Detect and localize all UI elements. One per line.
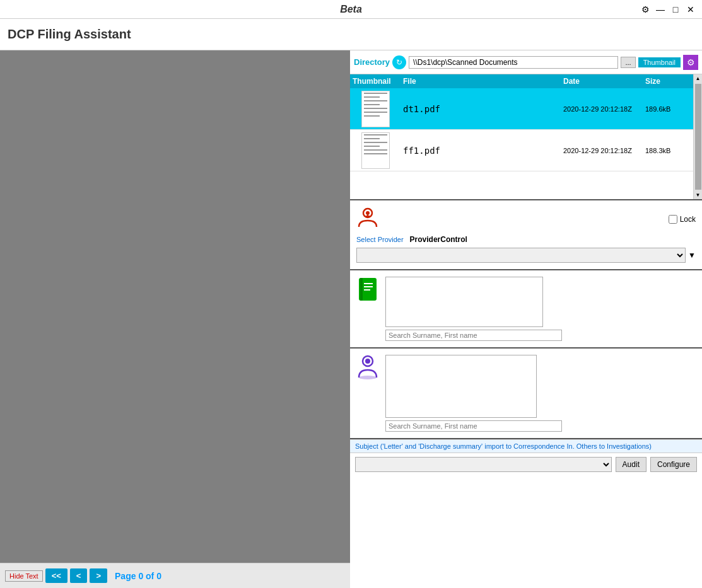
table-row[interactable]: ff1.pdf 2020-12-29 20:12:18Z 188.3kB [350,130,693,171]
svg-point-11 [359,376,377,379]
file-list: Thumbnail File Date Size [350,74,693,199]
svg-point-10 [365,359,370,364]
navigation-bar: Hide Text << < > Page 0 of 0 [0,563,350,588]
provider-control-label: ProviderControl [410,235,467,244]
provider-row: Lock [356,207,696,231]
recipient-person-svg [356,355,379,380]
file-size-2: 188.3kB [643,144,693,157]
app-logo: Beta [340,4,362,15]
provider-section: Lock Select Provider ProviderControl ▼ [350,200,702,270]
col-date-header: Date [561,74,643,88]
provider-dropdown-row: ▼ [356,248,696,263]
document-preview-panel: Hide Text << < > Page 0 of 0 [0,50,350,588]
thumbnail-toggle-button[interactable]: Thumbnail [638,57,681,67]
main-layout: Hide Text << < > Page 0 of 0 Directory ↻… [0,50,702,588]
recipient-search-box[interactable] [385,355,537,418]
svg-rect-6 [364,283,373,284]
recipient-icon [356,355,379,382]
svg-rect-5 [360,278,363,301]
scroll-thumb [695,84,701,190]
table-row[interactable]: dt1.pdf 2020-12-29 20:12:18Z 189.6kB [350,88,693,130]
col-file-header: File [401,74,561,88]
patient-section [350,270,702,349]
provider-select[interactable] [356,248,686,263]
right-panel: Directory ↻ ... Thumbnail ⚙ Thumbnail Fi… [350,50,702,588]
subject-text: Subject ('Letter' and 'Discharge summary… [355,442,652,450]
close-button[interactable]: ✕ [684,3,697,16]
maximize-button[interactable]: □ [669,3,682,16]
col-size-header: Size [643,74,693,88]
title-bar: Beta ⚙ — □ ✕ [0,0,702,19]
provider-person-svg [356,207,379,229]
browse-button[interactable]: ... [621,57,635,68]
subject-select[interactable] [355,457,612,472]
audit-button[interactable]: Audit [616,457,646,472]
provider-icon [356,207,379,231]
prev-button[interactable]: < [70,568,88,583]
patient-icon [356,277,379,304]
patient-row [356,277,696,341]
recipient-search-input[interactable] [385,420,562,432]
file-date-2: 2020-12-29 20:12:18Z [561,144,643,157]
prev-prev-button[interactable]: << [45,568,67,583]
minimize-button[interactable]: — [654,3,667,16]
provider-dropdown-arrow: ▼ [688,251,696,260]
patient-input-area [385,277,562,341]
col-thumbnail-header: Thumbnail [350,74,401,88]
patient-search-box[interactable] [385,277,543,327]
provider-label-row: Select Provider ProviderControl [356,235,696,244]
recipient-row [356,355,696,432]
file-list-scrollbar[interactable]: ▲ ▼ [693,74,702,199]
thumb-preview-2 [361,132,390,169]
file-thumbnail-1 [350,88,401,129]
file-name-2: ff1.pdf [401,143,561,158]
file-list-container: Thumbnail File Date Size [350,74,702,200]
file-thumbnail-2 [350,130,401,171]
lock-label: Lock [680,215,696,224]
svg-rect-7 [364,286,373,287]
file-list-header: Thumbnail File Date Size [350,74,693,88]
recipient-input-area [385,355,562,432]
action-row: Audit Configure [350,453,702,476]
app-title: DCP Filing Assistant [8,27,131,42]
patient-search-input[interactable] [385,330,562,341]
refresh-button[interactable]: ↻ [392,55,406,69]
directory-bar: Directory ↻ ... Thumbnail ⚙ [350,50,702,74]
lock-checkbox[interactable] [669,215,677,224]
next-button[interactable]: > [90,568,107,583]
file-size-1: 189.6kB [643,103,693,115]
patient-book-svg [356,277,379,302]
thumb-preview-1 [361,91,390,127]
svg-rect-3 [367,214,368,218]
file-name-1: dt1.pdf [401,101,561,117]
file-date-1: 2020-12-29 20:12:18Z [561,103,643,115]
page-info: Page 0 of 0 [115,571,161,581]
gear-button[interactable]: ⚙ [639,3,652,16]
scroll-up-arrow[interactable]: ▲ [694,74,702,83]
settings-button[interactable]: ⚙ [683,55,698,70]
configure-button[interactable]: Configure [650,457,697,472]
recipient-section [350,349,702,439]
window-controls: ⚙ — □ ✕ [639,3,697,16]
app-header: DCP Filing Assistant [0,19,702,50]
select-provider-link[interactable]: Select Provider [356,236,404,243]
directory-path-input[interactable] [409,56,618,69]
scroll-down-arrow[interactable]: ▼ [694,191,702,199]
subject-bar: Subject ('Letter' and 'Discharge summary… [350,439,702,453]
svg-rect-8 [364,289,370,291]
lock-row: Lock [669,215,696,224]
directory-label: Directory [354,57,390,67]
hide-text-button[interactable]: Hide Text [5,570,43,582]
